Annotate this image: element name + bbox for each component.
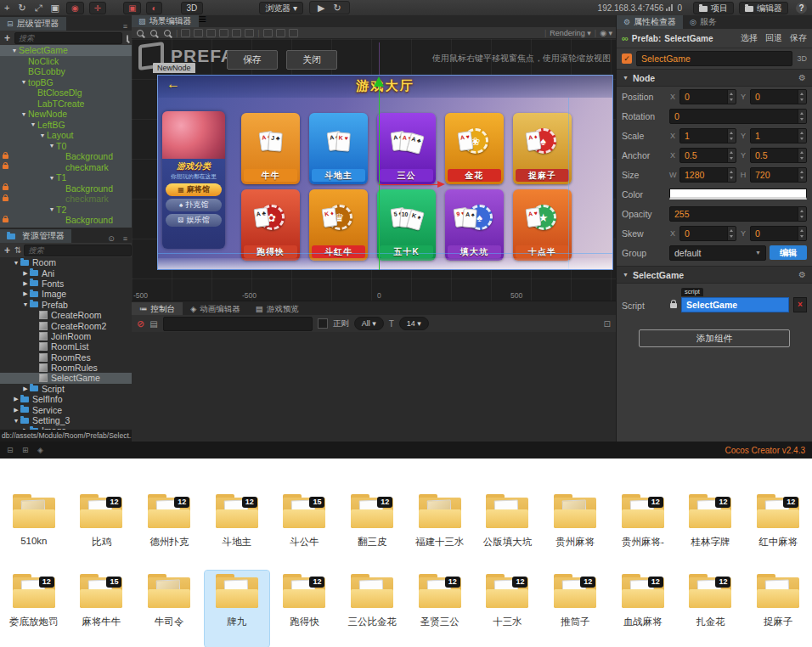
log-level-select[interactable]: All ▾ (354, 317, 384, 330)
tab-service[interactable]: ◎服务 (683, 15, 724, 29)
statusbar-icons[interactable]: ⊟ ⊞ ◈ (7, 446, 47, 454)
console-filter-input[interactable] (163, 317, 313, 331)
browser-select[interactable]: 浏览器 ▾ (259, 2, 303, 14)
script-reference-field[interactable]: SelectGame (681, 297, 789, 312)
expand-arrow-icon[interactable]: ▼ (48, 143, 56, 149)
hierarchy-node[interactable]: LabTCreate (0, 98, 132, 110)
gizmo-y-arrow[interactable] (374, 76, 384, 87)
asset-item[interactable]: ▼Prefab (0, 300, 132, 310)
scale-x-input[interactable]: 1 (679, 128, 736, 143)
play-button[interactable]: ▶ (318, 3, 324, 14)
add-asset-button[interactable]: + (3, 245, 12, 256)
pivot-toggle-icon[interactable]: ◉ (66, 2, 84, 14)
align-bottom-icon[interactable] (245, 29, 254, 37)
folder-item[interactable]: 12贵州麻将- (611, 491, 675, 567)
expand-arrow-icon[interactable]: ▼ (12, 418, 20, 424)
game-tile-斗红牛[interactable]: K ♦♛斗红牛 (309, 189, 368, 261)
zoom-out-icon[interactable] (150, 30, 157, 37)
rect-tool-icon[interactable]: ▣ (50, 3, 59, 14)
expand-arrow-icon[interactable]: ▶ (21, 385, 30, 392)
game-tile-跑得快[interactable]: A ♣✿跑得快 (241, 189, 300, 261)
collapse-arrow-icon[interactable]: ▼ (623, 75, 629, 81)
hierarchy-node[interactable]: ▼T2 (0, 205, 132, 216)
asset-item[interactable]: RoomRes (0, 352, 132, 363)
hierarchy-node[interactable]: ▼T0 (0, 141, 132, 152)
expand-arrow-icon[interactable]: ▼ (38, 132, 47, 138)
folder-item[interactable]: 12翻三皮 (340, 491, 404, 567)
folder-item[interactable]: 福建十三水 (408, 491, 472, 567)
asset-item[interactable]: ▶Script (0, 384, 132, 394)
hierarchy-node[interactable]: ▼LeftBG (0, 120, 132, 131)
folder-item[interactable]: 牌九 (205, 571, 269, 647)
folder-item[interactable]: 12扎金花 (679, 571, 743, 647)
group-select[interactable]: default (669, 245, 766, 261)
folder-item[interactable]: 公版填大坑 (476, 491, 540, 567)
collapse-icon[interactable]: ⊡ (604, 319, 611, 329)
expand-arrow-icon[interactable]: ▼ (21, 301, 30, 307)
scale-tool-icon[interactable]: ⤢ (35, 3, 42, 14)
search-icon[interactable] (127, 35, 128, 42)
gizmo-y-axis[interactable] (379, 87, 380, 270)
asset-item[interactable]: ▶Service (0, 404, 132, 414)
distribute-grid-icon[interactable] (289, 29, 298, 37)
collapse-arrow-icon[interactable]: ▼ (623, 272, 629, 278)
asset-item[interactable]: CreateRoom (0, 310, 132, 320)
expand-arrow-icon[interactable]: ▼ (12, 260, 20, 266)
tab-scene-editor[interactable]: ▨场景编辑器 (132, 15, 199, 27)
hierarchy-node[interactable]: ▼T1 (0, 172, 132, 183)
position-x-input[interactable]: 0 (679, 89, 736, 104)
folder-item[interactable]: 牛司令 (137, 571, 201, 647)
expand-arrow-icon[interactable]: ▶ (21, 270, 30, 277)
hierarchy-node[interactable]: checkmark (0, 194, 132, 205)
prefab-revert-button[interactable]: 回退 (765, 32, 782, 44)
opacity-input[interactable]: 255 (669, 206, 807, 222)
folder-item[interactable]: 12血战麻将 (611, 571, 675, 647)
category-button-娱乐馆[interactable]: ⚄娱乐馆 (166, 214, 222, 227)
node-name-field[interactable]: SelectGame (636, 51, 792, 66)
sort-icon[interactable]: ⇅ (14, 245, 21, 255)
distribute-h-icon[interactable] (263, 29, 273, 37)
prefab-save-button[interactable]: 保存 (790, 32, 807, 44)
asset-item[interactable]: RoomList (0, 341, 132, 352)
asset-item[interactable]: RoomRules (0, 363, 132, 373)
panel-menu-icon[interactable]: ≡ (119, 22, 132, 31)
tab-properties[interactable]: ⚙属性检查器 (617, 15, 683, 29)
position-y-input[interactable]: 0 (750, 89, 807, 104)
align-right-icon[interactable] (206, 29, 216, 37)
rendering-dropdown[interactable]: Rendering ▾ (550, 29, 591, 37)
hierarchy-node[interactable]: ▼NewNode (0, 109, 132, 120)
distribute-v-icon[interactable] (276, 29, 285, 37)
asset-item[interactable]: ▶Ani (0, 267, 132, 278)
game-tile-三公[interactable]: A ♠A ♥A ♣三公 (377, 113, 436, 184)
add-node-button[interactable]: + (3, 32, 12, 44)
anchor-x-input[interactable]: 0.5 (679, 148, 736, 163)
size-h-input[interactable]: 720 (750, 167, 807, 183)
tab-assets[interactable]: 资源管理器 (0, 229, 71, 243)
hierarchy-node[interactable]: BtCloseDlg (0, 87, 132, 98)
color-swatch[interactable] (669, 188, 807, 200)
open-editor-button[interactable]: 编辑器 (739, 2, 788, 14)
align-top-icon[interactable] (219, 29, 228, 37)
tab-控制台[interactable]: ≔控制台 (132, 302, 183, 315)
hierarchy-node[interactable]: ▼topBG (0, 77, 132, 88)
asset-item[interactable]: ▶Image (0, 289, 132, 299)
skew-x-input[interactable]: 0 (679, 226, 736, 241)
folder-item[interactable]: 12十三水 (476, 571, 540, 647)
gizmo-x-axis[interactable] (379, 184, 438, 185)
panel-menu-icon[interactable]: ≡ (199, 12, 206, 27)
prefab-close-button[interactable]: 关闭 (286, 50, 337, 70)
tab-动画编辑器[interactable]: ◈动画编辑器 (183, 302, 248, 315)
asset-item[interactable]: ▼Room (0, 257, 132, 267)
expand-arrow-icon[interactable]: ▶ (21, 280, 30, 287)
zoom-reset-icon[interactable] (164, 30, 171, 37)
expand-arrow-icon[interactable]: ▼ (20, 111, 28, 117)
category-button-扑克馆[interactable]: ♠扑克馆 (166, 199, 222, 211)
scale-y-input[interactable]: 1 (750, 128, 807, 143)
refresh-button[interactable]: ↻ (334, 3, 341, 14)
badge-3d[interactable]: 3D (797, 54, 807, 63)
expand-arrow-icon[interactable]: ▼ (10, 48, 19, 53)
remove-script-button[interactable]: × (793, 297, 807, 312)
move-tool-icon[interactable]: + (4, 3, 9, 13)
hierarchy-node[interactable]: Background (0, 151, 132, 162)
panel-menu-icon[interactable]: ≡ (119, 234, 132, 243)
